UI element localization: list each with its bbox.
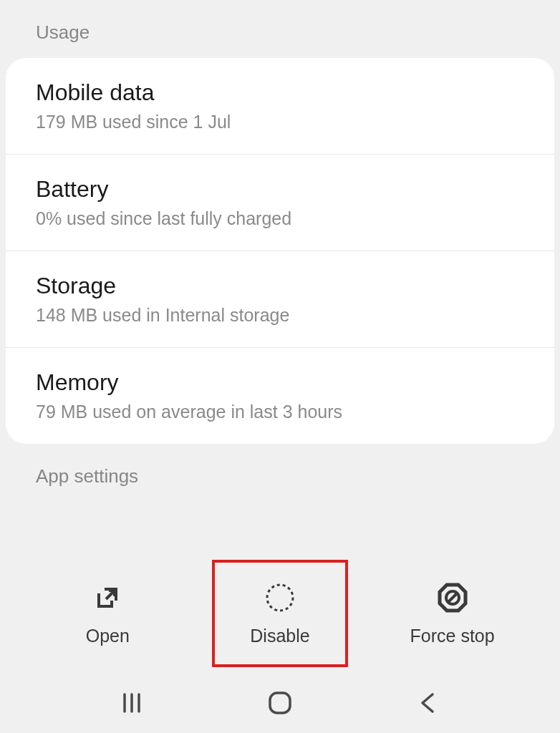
svg-rect-6 xyxy=(270,693,290,713)
disable-icon xyxy=(264,581,296,614)
force-stop-label: Force stop xyxy=(410,626,495,646)
storage-subtitle: 148 MB used in Internal storage xyxy=(36,305,524,326)
recents-icon xyxy=(119,690,145,716)
force-stop-button[interactable]: Force stop xyxy=(385,560,521,667)
svg-point-0 xyxy=(267,585,293,611)
back-icon xyxy=(415,690,441,716)
open-icon xyxy=(91,581,124,614)
action-bar: Open Disable Force stop xyxy=(0,560,560,667)
storage-item[interactable]: Storage 148 MB used in Internal storage xyxy=(6,251,554,348)
memory-item[interactable]: Memory 79 MB used on average in last 3 h… xyxy=(6,348,554,444)
disable-button[interactable]: Disable xyxy=(212,560,348,667)
mobile-data-subtitle: 179 MB used since 1 Jul xyxy=(36,112,524,132)
force-stop-icon xyxy=(436,581,469,614)
mobile-data-item[interactable]: Mobile data 179 MB used since 1 Jul xyxy=(6,58,554,155)
mobile-data-title: Mobile data xyxy=(36,79,524,106)
memory-subtitle: 79 MB used on average in last 3 hours xyxy=(36,402,524,422)
storage-title: Storage xyxy=(36,273,524,299)
open-button[interactable]: Open xyxy=(39,560,175,667)
usage-section-header: Usage xyxy=(0,0,560,58)
battery-subtitle: 0% used since last fully charged xyxy=(36,208,524,229)
usage-card: Mobile data 179 MB used since 1 Jul Batt… xyxy=(6,58,554,444)
back-button[interactable] xyxy=(411,686,445,720)
home-icon xyxy=(266,689,294,717)
disable-label: Disable xyxy=(250,626,309,646)
recents-button[interactable] xyxy=(115,686,149,720)
open-label: Open xyxy=(86,626,130,646)
memory-title: Memory xyxy=(36,369,524,396)
app-settings-section-header: App settings xyxy=(0,444,560,502)
navigation-bar xyxy=(0,673,560,733)
svg-line-2 xyxy=(448,593,458,603)
home-button[interactable] xyxy=(263,686,297,720)
battery-title: Battery xyxy=(36,176,524,203)
battery-item[interactable]: Battery 0% used since last fully charged xyxy=(6,155,554,251)
